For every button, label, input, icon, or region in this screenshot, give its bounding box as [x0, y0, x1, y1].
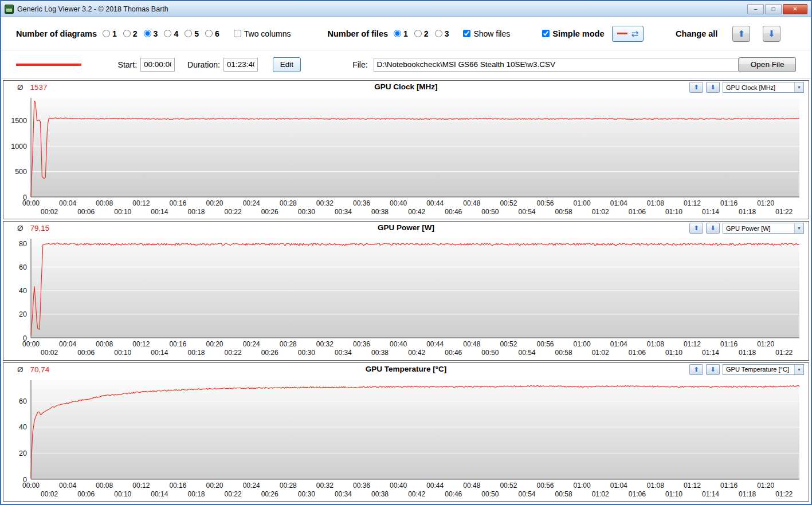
- chart-panel-gpu-clock: Ø1537 GPU Clock [MHz] ⬆ ⬇ GPU Clock [MHz…: [3, 80, 809, 219]
- maximize-button[interactable]: □: [765, 4, 782, 14]
- change-all-up-button[interactable]: ⬆: [732, 26, 750, 42]
- file-count-radio-1[interactable]: [394, 30, 401, 37]
- diagram-count-radio-2[interactable]: [123, 30, 131, 37]
- measurement-select[interactable]: GPU Power [W] ▼: [723, 223, 804, 234]
- start-input[interactable]: [140, 58, 175, 72]
- svg-text:00:30: 00:30: [298, 349, 315, 357]
- duration-input[interactable]: [223, 58, 258, 72]
- svg-text:00:24: 00:24: [243, 199, 260, 207]
- diagram-count-radio-1[interactable]: [103, 30, 110, 37]
- svg-text:01:14: 01:14: [702, 349, 719, 357]
- color-refresh-button[interactable]: ⇄: [612, 26, 644, 42]
- svg-text:01:06: 01:06: [629, 349, 646, 357]
- svg-text:01:00: 01:00: [574, 482, 591, 490]
- diagram-count-option-1[interactable]: 1: [103, 29, 117, 38]
- svg-text:80: 80: [19, 240, 27, 248]
- svg-text:01:20: 01:20: [757, 199, 774, 207]
- svg-text:00:34: 00:34: [335, 490, 352, 498]
- svg-text:00:28: 00:28: [280, 199, 297, 207]
- svg-text:00:40: 00:40: [390, 482, 407, 490]
- svg-text:01:16: 01:16: [720, 199, 738, 207]
- svg-text:00:42: 00:42: [408, 349, 425, 357]
- svg-text:40: 40: [19, 287, 27, 295]
- file-count-radio-2[interactable]: [414, 30, 422, 37]
- svg-text:00:58: 00:58: [555, 349, 572, 357]
- svg-text:00:38: 00:38: [371, 349, 389, 357]
- move-chart-down-button[interactable]: ⬇: [706, 364, 720, 375]
- minimize-button[interactable]: –: [747, 4, 764, 14]
- svg-text:00:24: 00:24: [243, 482, 260, 490]
- diagram-count-radio-5[interactable]: [185, 30, 192, 37]
- simple-mode-label: Simple mode: [552, 29, 604, 38]
- svg-text:00:02: 00:02: [41, 349, 58, 357]
- diagram-count-option-5[interactable]: 5: [185, 29, 199, 38]
- diagram-count-label: 6: [215, 29, 219, 38]
- svg-text:00:30: 00:30: [298, 490, 315, 498]
- measurement-select[interactable]: GPU Temperature [°C] ▼: [723, 364, 804, 375]
- file-count-option-2[interactable]: 2: [414, 29, 429, 38]
- close-button[interactable]: ✕: [783, 4, 807, 14]
- window-title: Generic Log Viewer 3.2 - © 2018 Thomas B…: [17, 5, 168, 13]
- file-count-radio-group: 123: [394, 29, 455, 38]
- measurement-select[interactable]: GPU Clock [MHz] ▼: [723, 82, 804, 93]
- svg-text:01:16: 01:16: [720, 482, 738, 490]
- change-all-label: Change all: [676, 29, 717, 38]
- svg-text:00:36: 00:36: [353, 482, 370, 490]
- svg-text:00:22: 00:22: [225, 490, 242, 498]
- file-label: File:: [352, 60, 367, 69]
- move-chart-up-button[interactable]: ⬆: [689, 223, 703, 234]
- svg-text:00:12: 00:12: [132, 482, 150, 490]
- show-files-checkbox[interactable]: Show files: [463, 29, 510, 38]
- chevron-down-icon: ▼: [794, 223, 803, 233]
- file-count-option-1[interactable]: 1: [394, 29, 408, 38]
- svg-text:00:58: 00:58: [555, 208, 572, 216]
- change-all-down-button[interactable]: ⬇: [763, 26, 780, 42]
- svg-text:00:06: 00:06: [77, 349, 95, 357]
- diagram-count-radio-4[interactable]: [164, 30, 171, 37]
- duration-label: Duration:: [187, 60, 220, 69]
- arrow-up-icon: ⬆: [693, 225, 699, 231]
- svg-text:01:02: 01:02: [592, 490, 609, 498]
- simple-mode-checkbox-input[interactable]: [542, 30, 550, 37]
- refresh-swap-icon: ⇄: [631, 29, 638, 38]
- two-columns-checkbox-input[interactable]: [234, 30, 241, 37]
- svg-text:01:10: 01:10: [665, 349, 682, 357]
- close-icon: ✕: [793, 6, 797, 12]
- y-axis-labels: 020406080: [19, 240, 27, 342]
- svg-text:01:20: 01:20: [757, 340, 774, 348]
- diagram-count-radio-6[interactable]: [205, 30, 213, 37]
- arrow-down-icon: ⬇: [710, 225, 715, 231]
- simple-mode-checkbox[interactable]: Simple mode: [542, 29, 604, 38]
- svg-text:500: 500: [15, 168, 27, 176]
- move-chart-up-button[interactable]: ⬆: [689, 82, 703, 93]
- svg-text:60: 60: [19, 397, 27, 405]
- diagram-count-option-3[interactable]: 3: [144, 29, 158, 38]
- svg-text:00:46: 00:46: [445, 208, 462, 216]
- file-count-option-3[interactable]: 3: [435, 29, 449, 38]
- move-chart-up-button[interactable]: ⬆: [689, 364, 703, 375]
- svg-text:01:04: 01:04: [610, 199, 627, 207]
- svg-text:00:50: 00:50: [481, 490, 499, 498]
- move-chart-down-button[interactable]: ⬇: [706, 82, 720, 93]
- svg-text:00:56: 00:56: [537, 340, 554, 348]
- diagram-count-option-6[interactable]: 6: [205, 29, 219, 38]
- diagram-count-option-4[interactable]: 4: [164, 29, 178, 38]
- chart-header: Ø70,74 GPU Temperature [°C] ⬆ ⬇ GPU Temp…: [3, 363, 809, 377]
- chart-controls: ⬆ ⬇ GPU Power [W] ▼: [689, 223, 804, 234]
- svg-text:01:04: 01:04: [610, 482, 627, 490]
- show-files-checkbox-input[interactable]: [463, 30, 470, 37]
- open-file-button[interactable]: Open File: [739, 57, 796, 72]
- move-chart-down-button[interactable]: ⬇: [706, 223, 720, 234]
- diagram-count-option-2[interactable]: 2: [123, 29, 138, 38]
- file-count-radio-3[interactable]: [435, 30, 442, 37]
- arrow-up-icon: ⬆: [738, 29, 745, 38]
- file-path-input[interactable]: [374, 58, 739, 72]
- svg-text:00:48: 00:48: [463, 199, 480, 207]
- chevron-down-icon: ▼: [794, 365, 803, 374]
- x-axis-labels: 00:0000:0200:0400:0600:0800:1000:1200:14…: [22, 482, 793, 498]
- svg-text:00:50: 00:50: [481, 349, 499, 357]
- two-columns-checkbox[interactable]: Two columns: [234, 29, 291, 38]
- diagram-count-radio-3[interactable]: [144, 30, 151, 37]
- edit-button[interactable]: Edit: [273, 57, 301, 72]
- svg-text:00:08: 00:08: [96, 199, 113, 207]
